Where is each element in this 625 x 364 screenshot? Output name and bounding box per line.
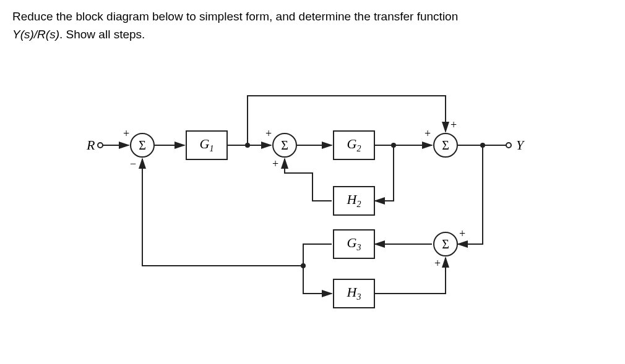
sum1-sign-minus: − [130,158,136,171]
prompt-transfer-fn: Y(s)/R(s) [12,28,59,41]
block-h3: H3 [333,279,375,308]
node-feedback-split [301,263,306,268]
summing-junction-1: Σ [130,133,155,158]
wires [0,74,625,346]
prompt-line1: Reduce the block diagram below to simple… [12,10,458,23]
problem-statement: Reduce the block diagram below to simple… [12,7,613,44]
sum4-sign-top: + [459,227,465,240]
prompt-suffix: . Show all steps. [59,28,145,41]
block-diagram: R Σ + − G1 Σ + + G2 Σ + + Y H2 G3 Σ + + … [0,74,625,346]
summing-junction-3: Σ [433,133,458,158]
sum2-sign-top: + [265,127,272,140]
input-label: R [87,137,95,153]
node-output [480,143,485,148]
block-g1: G1 [186,130,228,160]
summing-junction-4: Σ [433,232,458,256]
sum3-sign-left: + [425,127,431,140]
block-g3: G3 [333,229,375,259]
summing-junction-2: Σ [272,133,297,158]
block-h2: H2 [333,186,375,216]
output-label: Y [516,137,524,153]
block-g2: G2 [333,130,375,160]
sum3-sign-top: + [450,119,457,132]
node-after-g2 [391,143,396,148]
output-terminal [506,142,512,148]
sum2-sign-bot: + [272,158,278,171]
sum1-sign-plus: + [123,127,129,140]
sum4-sign-bot: + [434,257,441,270]
node-after-g1 [245,143,250,148]
input-terminal [97,142,103,148]
